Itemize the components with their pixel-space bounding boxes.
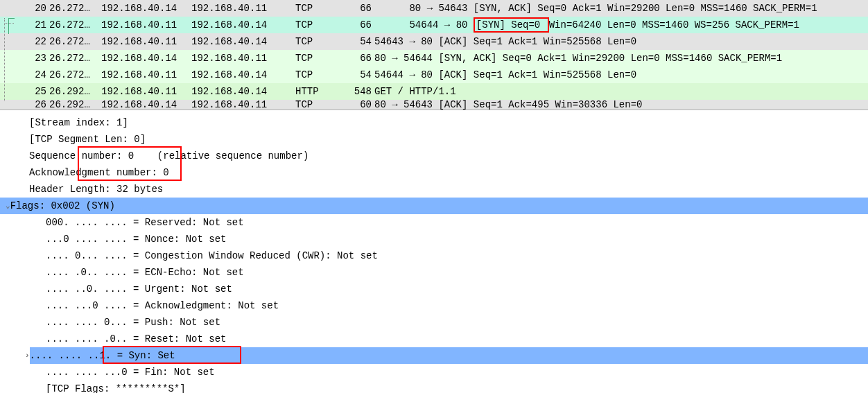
col-time: 26.272… xyxy=(49,53,101,63)
flag-ecn[interactable]: .... .0.. .... = ECN-Echo: Not set xyxy=(0,264,868,281)
highlight-syn-seq: [SYN] Seq=0 xyxy=(474,17,549,33)
col-src: 192.168.40.14 xyxy=(101,53,191,63)
col-proto: TCP xyxy=(295,20,340,30)
flag-cwr[interactable]: .... 0... .... = Congestion Window Reduc… xyxy=(0,247,868,264)
col-dst: 192.168.40.14 xyxy=(191,70,295,80)
col-src: 192.168.40.14 xyxy=(101,3,191,13)
table-row[interactable]: 23 26.272… 192.168.40.14 192.168.40.11 T… xyxy=(0,50,868,67)
col-dst: 192.168.40.11 xyxy=(191,3,295,13)
detail-ack[interactable]: Acknowledgment number: 0 xyxy=(0,164,868,181)
detail-tcpflags[interactable]: [TCP Flags: *********S*] xyxy=(0,381,868,393)
col-no: 20 xyxy=(3,3,49,13)
table-row[interactable]: 25 26.292… 192.168.40.11 192.168.40.14 H… xyxy=(0,83,868,100)
col-time: 26.272… xyxy=(49,37,101,46)
col-proto: TCP xyxy=(295,53,340,63)
col-len: 548 xyxy=(340,87,374,96)
detail-hdrlen[interactable]: Header Length: 32 bytes xyxy=(0,181,868,198)
col-info: 80 → 54643 [SYN, ACK] Seq=0 Ack=1 Win=29… xyxy=(374,0,817,17)
col-proto: TCP xyxy=(295,100,340,110)
packet-details[interactable]: [Stream index: 1] [TCP Segment Len: 0] S… xyxy=(0,110,868,393)
flag-reset[interactable]: .... .... .0.. = Reset: Not set xyxy=(0,331,868,347)
col-no: 23 xyxy=(3,53,49,63)
flag-syn[interactable]: ›.... .... ..1. = Syn: Set xyxy=(0,347,868,364)
flag-push[interactable]: .... .... 0... = Push: Not set xyxy=(0,314,868,331)
col-info: 54644 → 80 [SYN] Seq=0 Win=64240 Len=0 M… xyxy=(374,17,799,33)
chevron-down-icon[interactable]: ⌄ xyxy=(6,198,10,214)
col-info: 80 → 54643 [ACK] Seq=1 Ack=495 Win=30336… xyxy=(374,100,642,110)
col-no: 21 xyxy=(3,20,49,30)
flag-fin[interactable]: .... .... ...0 = Fin: Not set xyxy=(0,364,868,381)
flag-reserved[interactable]: 000. .... .... = Reserved: Not set xyxy=(0,214,868,231)
col-info: 54644 → 80 [ACK] Seq=1 Ack=1 Win=525568 … xyxy=(374,70,636,80)
flag-nonce[interactable]: ...0 .... .... = Nonce: Not set xyxy=(0,231,868,247)
col-proto: TCP xyxy=(295,3,340,13)
packet-list[interactable]: 20 26.272… 192.168.40.14 192.168.40.11 T… xyxy=(0,0,868,110)
col-proto: HTTP xyxy=(295,87,340,96)
table-row-selected[interactable]: 21 26.272… 192.168.40.11 192.168.40.14 T… xyxy=(0,17,868,33)
detail-flags[interactable]: ⌄Flags: 0x002 (SYN) xyxy=(0,198,868,214)
chevron-right-icon[interactable]: › xyxy=(25,347,30,364)
col-src: 192.168.40.11 xyxy=(101,20,191,30)
col-src: 192.168.40.11 xyxy=(101,37,191,46)
col-dst: 192.168.40.14 xyxy=(191,87,295,96)
col-info: GET / HTTP/1.1 xyxy=(374,87,456,96)
col-time: 26.292… xyxy=(49,87,101,96)
col-len: 66 xyxy=(340,3,374,13)
col-len: 66 xyxy=(340,53,374,63)
col-no: 26 xyxy=(3,100,49,110)
col-dst: 192.168.40.14 xyxy=(191,37,295,46)
col-len: 54 xyxy=(340,37,374,46)
table-row[interactable]: 24 26.272… 192.168.40.11 192.168.40.14 T… xyxy=(0,67,868,83)
table-row[interactable]: 26 26.292… 192.168.40.14 192.168.40.11 T… xyxy=(0,100,868,110)
col-len: 60 xyxy=(340,100,374,110)
table-row[interactable]: 20 26.272… 192.168.40.14 192.168.40.11 T… xyxy=(0,0,868,17)
col-time: 26.292… xyxy=(49,100,101,110)
col-info: 80 → 54644 [SYN, ACK] Seq=0 Ack=1 Win=29… xyxy=(374,53,782,63)
col-proto: TCP xyxy=(295,70,340,80)
col-len: 54 xyxy=(340,70,374,80)
col-proto: TCP xyxy=(295,37,340,46)
col-src: 192.168.40.14 xyxy=(101,100,191,110)
col-time: 26.272… xyxy=(49,20,101,30)
detail-seq[interactable]: Sequence number: 0 (relative sequence nu… xyxy=(0,148,868,164)
col-src: 192.168.40.11 xyxy=(101,87,191,96)
col-dst: 192.168.40.11 xyxy=(191,53,295,63)
col-dst: 192.168.40.11 xyxy=(191,100,295,110)
flag-urg[interactable]: .... ..0. .... = Urgent: Not set xyxy=(0,281,868,297)
col-time: 26.272… xyxy=(49,70,101,80)
col-src: 192.168.40.11 xyxy=(101,70,191,80)
col-no: 24 xyxy=(3,70,49,80)
detail-stream[interactable]: [Stream index: 1] xyxy=(0,114,868,131)
detail-seglen[interactable]: [TCP Segment Len: 0] xyxy=(0,131,868,148)
col-no: 25 xyxy=(3,87,49,96)
table-row[interactable]: 22 26.272… 192.168.40.11 192.168.40.14 T… xyxy=(0,33,868,50)
col-time: 26.272… xyxy=(49,3,101,13)
col-info: 54643 → 80 [ACK] Seq=1 Ack=1 Win=525568 … xyxy=(374,37,636,46)
col-no: 22 xyxy=(3,37,49,46)
col-dst: 192.168.40.14 xyxy=(191,20,295,30)
flag-ack[interactable]: .... ...0 .... = Acknowledgment: Not set xyxy=(0,297,868,314)
col-len: 66 xyxy=(340,20,374,30)
